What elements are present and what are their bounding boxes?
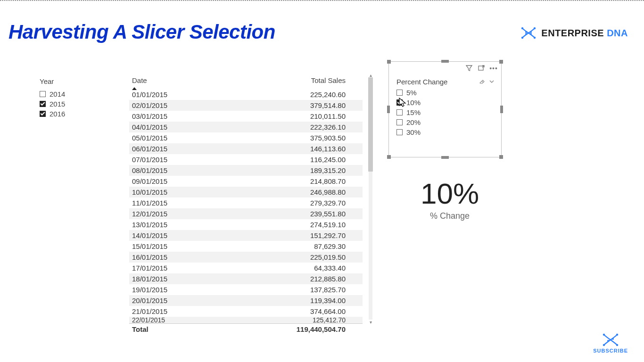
table-row[interactable]: 01/01/2015225,240.60: [129, 89, 363, 100]
resize-handle[interactable]: [387, 155, 391, 159]
cell-date: 02/01/2015: [129, 100, 216, 111]
table-row[interactable]: 11/01/2015279,329.70: [129, 197, 363, 208]
year-option[interactable]: 2016: [40, 109, 106, 119]
table-row[interactable]: 10/01/2015246,988.80: [129, 187, 363, 197]
cell-date: 12/01/2015: [129, 208, 216, 219]
table-row[interactable]: 19/01/2015137,825.70: [129, 284, 363, 295]
table-row[interactable]: 06/01/2015146,113.60: [129, 143, 363, 154]
cell-value: 146,113.60: [216, 143, 363, 154]
svg-point-12: [616, 344, 618, 346]
table-row[interactable]: 13/01/2015274,519.10: [129, 219, 363, 230]
sales-table-visual[interactable]: Date Total Sales 01/01/2015225,240.6002/…: [129, 75, 374, 321]
table-row[interactable]: 03/01/2015210,011.50: [129, 111, 363, 122]
cell-date: 03/01/2015: [129, 111, 216, 122]
table-row[interactable]: 09/01/2015214,808.70: [129, 176, 363, 187]
cell-date: 01/01/2015: [129, 89, 216, 100]
cell-date: 18/01/2015: [129, 273, 216, 284]
resize-handle[interactable]: [387, 106, 390, 113]
cell-value: 64,333.40: [216, 263, 363, 273]
drag-grip-icon[interactable]: [453, 65, 461, 72]
eraser-icon[interactable]: [479, 78, 485, 86]
table-row[interactable]: 17/01/201564,333.40: [129, 263, 363, 273]
year-option-label: 2014: [50, 90, 65, 98]
checkbox-icon[interactable]: [396, 99, 403, 106]
more-options-icon[interactable]: •••: [490, 65, 497, 72]
percent-option-label: 20%: [406, 118, 421, 126]
chevron-down-icon[interactable]: [489, 78, 495, 86]
cell-date: 21/01/2015: [129, 306, 216, 317]
cell-value: 212,885.80: [216, 273, 363, 284]
resize-handle[interactable]: [499, 60, 503, 64]
total-value: 119,440,504.70: [216, 324, 363, 335]
percent-option[interactable]: 5%: [396, 88, 494, 98]
resize-handle[interactable]: [500, 106, 503, 113]
year-slicer-title: Year: [40, 77, 106, 85]
checkbox-icon[interactable]: [396, 90, 403, 96]
focus-mode-icon[interactable]: [478, 65, 485, 72]
resize-handle[interactable]: [441, 60, 449, 63]
cell-value: 225,240.60: [216, 89, 363, 100]
col-header-date[interactable]: Date: [129, 75, 216, 89]
col-header-total-sales[interactable]: Total Sales: [216, 75, 363, 89]
cell-date: 09/01/2015: [129, 176, 216, 187]
svg-point-5: [530, 31, 532, 33]
percent-option[interactable]: 15%: [396, 107, 494, 117]
percent-option[interactable]: 20%: [396, 117, 494, 127]
scroll-down-icon[interactable]: ▾: [368, 320, 373, 324]
total-label: Total: [129, 324, 216, 335]
subscribe-badge[interactable]: SUBSCRIBE: [593, 333, 628, 354]
percent-change-card[interactable]: 10% % Change: [388, 179, 511, 221]
cell-value: 137,825.70: [216, 284, 363, 295]
percent-option-label: 30%: [406, 128, 421, 136]
table-row[interactable]: 08/01/2015189,315.20: [129, 165, 363, 176]
card-label: % Change: [388, 211, 511, 221]
table-row[interactable]: 02/01/2015379,514.80: [129, 100, 363, 111]
resize-handle[interactable]: [387, 60, 391, 64]
card-value: 10%: [388, 179, 511, 208]
cell-value: 225,019.50: [216, 252, 363, 263]
percent-option[interactable]: 10%: [396, 98, 494, 107]
year-option[interactable]: 2015: [40, 99, 106, 109]
scroll-up-icon[interactable]: ▴: [368, 73, 373, 77]
cell-date: 11/01/2015: [129, 197, 216, 208]
table-row[interactable]: 04/01/2015222,326.10: [129, 122, 363, 132]
year-option[interactable]: 2014: [40, 89, 106, 99]
cell-date: 04/01/2015: [129, 122, 216, 132]
table-row[interactable]: 12/01/2015239,551.80: [129, 208, 363, 219]
percent-slicer-visual[interactable]: ••• Percent Change 5%10%15%20%30%: [388, 61, 502, 157]
table-row[interactable]: 18/01/2015212,885.80: [129, 273, 363, 284]
page-title: Harvesting A Slicer Selection: [8, 21, 275, 43]
table-total-row: Total119,440,504.70: [129, 324, 363, 335]
svg-point-11: [603, 334, 605, 336]
sort-ascending-icon: [132, 87, 137, 90]
percent-option-label: 5%: [406, 89, 417, 97]
checkbox-icon[interactable]: [40, 101, 46, 107]
resize-handle[interactable]: [441, 156, 449, 159]
checkbox-icon[interactable]: [40, 91, 46, 97]
cell-value: 189,315.20: [216, 165, 363, 176]
checkbox-icon[interactable]: [396, 109, 403, 115]
scroll-thumb[interactable]: [368, 77, 373, 172]
svg-point-2: [521, 27, 523, 29]
resize-handle[interactable]: [499, 155, 503, 159]
svg-point-7: [530, 33, 532, 35]
percent-option[interactable]: 30%: [396, 127, 494, 137]
table-row[interactable]: 14/01/2015151,292.70: [129, 230, 363, 241]
percent-option-label: 15%: [406, 108, 421, 116]
filter-icon[interactable]: [465, 65, 473, 72]
cell-value: 214,808.70: [216, 176, 363, 187]
checkbox-icon[interactable]: [40, 111, 46, 117]
year-slicer[interactable]: Year 201420152016: [40, 77, 106, 119]
table-row[interactable]: 20/01/2015119,394.00: [129, 295, 363, 306]
visual-toolbar: •••: [453, 65, 497, 72]
cell-value: 379,514.80: [216, 100, 363, 111]
table-row[interactable]: 05/01/2015375,903.50: [129, 132, 363, 143]
table-row[interactable]: 07/01/2015116,245.00: [129, 154, 363, 165]
table-row[interactable]: 16/01/2015225,019.50: [129, 252, 363, 263]
table-row[interactable]: 15/01/201587,629.30: [129, 241, 363, 252]
table-scrollbar[interactable]: ▴ ▾: [367, 75, 374, 321]
checkbox-icon[interactable]: [396, 129, 403, 135]
table-row[interactable]: 21/01/2015374,664.00: [129, 306, 363, 317]
checkbox-icon[interactable]: [396, 119, 403, 125]
svg-point-6: [525, 31, 527, 33]
